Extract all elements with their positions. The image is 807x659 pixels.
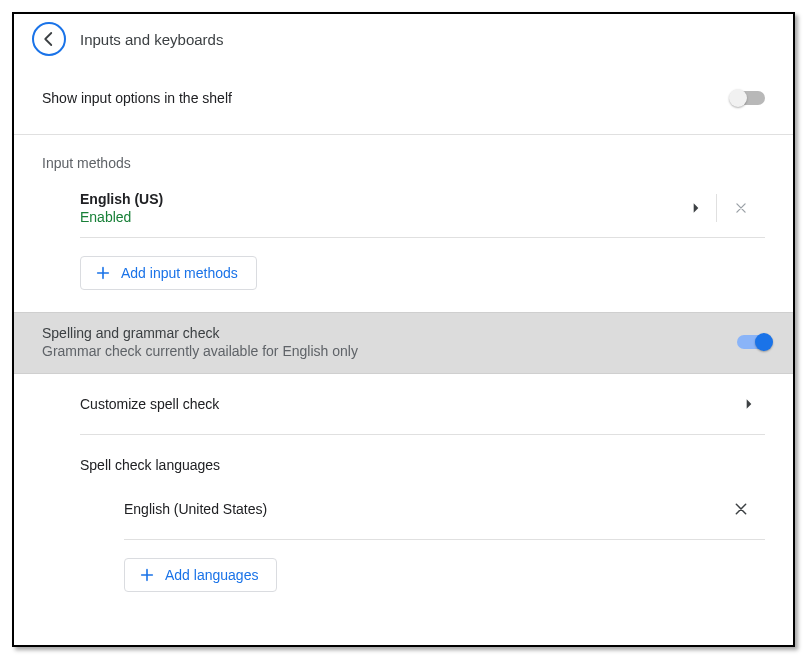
add-input-methods-label: Add input methods: [121, 265, 238, 281]
input-method-name: English (US): [80, 191, 676, 207]
arrow-left-icon: [40, 30, 58, 48]
plus-icon: [139, 567, 155, 583]
settings-page: Inputs and keyboards Show input options …: [12, 12, 795, 647]
show-input-in-shelf-row: Show input options in the shelf: [14, 60, 793, 134]
show-input-in-shelf-toggle[interactable]: [731, 91, 765, 105]
spell-check-language-row: English (United States): [124, 479, 765, 540]
spelling-grammar-toggle[interactable]: [737, 335, 771, 349]
page-header: Inputs and keyboards: [14, 14, 793, 60]
plus-icon: [95, 265, 111, 281]
customize-spell-check-row[interactable]: Customize spell check: [80, 374, 765, 435]
input-method-status: Enabled: [80, 209, 676, 225]
input-method-details-button[interactable]: [676, 201, 716, 215]
page-title: Inputs and keyboards: [80, 31, 223, 48]
customize-spell-check-label: Customize spell check: [80, 396, 219, 412]
spelling-grammar-subtitle: Grammar check currently available for En…: [42, 343, 358, 359]
spell-check-languages-heading: Spell check languages: [80, 435, 765, 479]
input-method-text: English (US) Enabled: [80, 191, 676, 225]
input-method-row: English (US) Enabled: [80, 185, 765, 238]
add-input-methods-button[interactable]: Add input methods: [80, 256, 257, 290]
remove-input-method-button[interactable]: [717, 201, 765, 215]
spelling-grammar-title: Spelling and grammar check: [42, 325, 358, 341]
spelling-grammar-text: Spelling and grammar check Grammar check…: [42, 325, 358, 359]
show-input-in-shelf-label: Show input options in the shelf: [42, 90, 232, 106]
back-button[interactable]: [32, 22, 66, 56]
spell-check-language-name: English (United States): [124, 501, 267, 517]
chevron-right-icon: [742, 397, 756, 411]
close-icon: [734, 201, 748, 215]
add-languages-label: Add languages: [165, 567, 258, 583]
input-methods-heading: Input methods: [14, 135, 793, 175]
remove-spell-check-language-button[interactable]: [723, 501, 759, 517]
spelling-grammar-row: Spelling and grammar check Grammar check…: [14, 312, 793, 374]
chevron-right-icon: [689, 201, 703, 215]
add-languages-button[interactable]: Add languages: [124, 558, 277, 592]
customize-spell-check-chevron: [739, 397, 759, 411]
close-icon: [733, 501, 749, 517]
